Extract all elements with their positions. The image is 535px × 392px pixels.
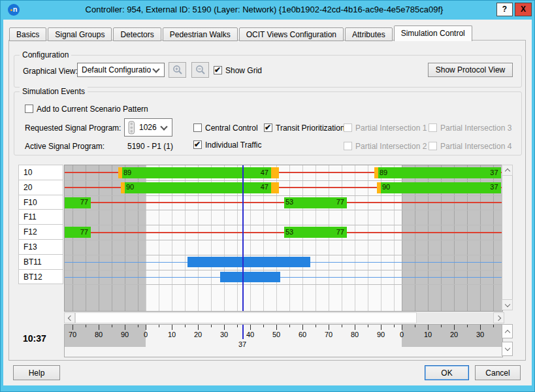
phase-end-label: 47 [249,169,268,177]
axis-tick-label: 0 [392,331,412,338]
add-to-current-scenario-pattern-checkbox[interactable]: Add to Current Scenario Pattern [25,104,148,114]
phase-end-label: 47 [249,183,268,191]
plot-horizontal-scrollbar[interactable] [64,312,504,323]
phase-start-label: 90 [382,183,390,191]
axis-tick [198,325,199,330]
simulation-clock: 10:37 [23,333,46,344]
chevron-down-icon [152,65,159,73]
chevron-down-icon [160,123,167,130]
axis-tick-label: 30 [470,331,490,338]
axis-tick [237,325,238,327]
timing-plot[interactable]: 8947893790479037775377775377 [64,165,503,312]
axis-tick [441,325,442,327]
axis-tick-label: 20 [188,331,208,338]
row-separator [65,284,502,285]
red-baseline [65,232,502,233]
app-icon: n [8,4,20,16]
scroll-right-button[interactable] [493,312,504,323]
horizontal-scrollbar-thumb[interactable] [75,312,417,323]
axis-tick [289,325,290,327]
row-separator [65,180,502,181]
scroll-left-button[interactable] [64,312,75,323]
partial-intersection-2-checkbox: Partial Intersection 2 [344,141,427,151]
axis-tick [86,325,86,327]
zoom-in-button[interactable] [169,62,186,78]
cursor-time-label: 37 [233,340,252,348]
active-signal-program-value: 5190 - P1 (1) [127,142,173,151]
show-protocol-view-button[interactable]: Show Protocol View [428,63,513,77]
window-close-button[interactable]: X [515,3,532,16]
scroll-down-button[interactable] [502,299,513,310]
ok-button[interactable]: OK [425,365,469,380]
tab-attributes[interactable]: Attributes [345,27,393,41]
row-separator [65,195,502,196]
blue-baseline [65,277,502,278]
requested-signal-program-value: 1026 [135,123,159,132]
plot-vertical-scrollbar[interactable] [502,165,513,310]
axis-tick-label: 90 [371,331,391,338]
axis-tick [73,325,73,330]
tab-pedestrian-walks[interactable]: Pedestrian Walks [163,27,238,41]
requested-signal-program-select[interactable]: 1026 [124,118,172,137]
chart-row-label: F12 [18,224,63,240]
tab-signal-groups[interactable]: Signal Groups [48,27,112,41]
tab-simulation-control[interactable]: Simulation Control [394,25,472,41]
axis-tick [493,325,494,327]
checkbox-icon [344,142,352,150]
tab-strip: Basics Signal Groups Detectors Pedestria… [9,25,474,41]
checkbox-icon [214,66,222,74]
axis-tick [138,325,138,327]
show-grid-checkbox[interactable]: Show Grid [214,65,262,75]
graphical-view-label: Graphical View: [23,67,78,76]
cancel-button[interactable]: Cancel [475,365,521,380]
chevron-right-icon [495,315,500,320]
time-cursor-tick [242,325,244,339]
checkbox-icon [429,123,437,132]
title-bar[interactable]: n Controller: 954, External ID: 5190 (La… [0,0,535,20]
axis-tick [316,325,316,327]
partial-intersection-1-checkbox: Partial Intersection 1 [344,123,427,133]
axis-tick-label: 90 [115,331,135,338]
zoom-out-button[interactable] [191,62,209,78]
zoom-out-icon [195,65,206,75]
axis-tick [263,325,264,327]
signal-timing-chart: 1020F10F11F12F13BT11BT12 894789379047903… [18,163,513,357]
red-baseline [65,202,502,203]
scroll-up-button[interactable] [502,165,513,176]
axis-tick [302,325,303,330]
chart-row-label: F10 [18,195,63,210]
tab-detectors[interactable]: Detectors [113,27,161,41]
ruler-down-button[interactable] [502,342,513,356]
axis-tick-label: 30 [214,331,234,338]
phase-end-label: 77 [325,228,344,237]
central-control-checkbox[interactable]: Central Control [193,123,258,133]
tab-basics[interactable]: Basics [9,27,46,41]
row-separator [65,225,502,225]
axis-tick [125,325,125,330]
phase-end-label: 37 [479,183,498,191]
traffic-light-icon [128,121,135,135]
axis-tick [355,325,355,330]
chart-row-labels: 1020F10F11F12F13BT11BT12 [18,165,63,285]
transit-prioritization-checkbox[interactable]: Transit Prioritization [264,123,345,133]
chevron-up-icon [504,169,510,174]
ruler-up-button[interactable] [502,324,513,338]
controller-dialog-window: n Controller: 954, External ID: 5190 (La… [0,0,535,392]
chart-row-label: BT11 [18,254,63,270]
requested-signal-program-label: Requested Signal Program: [25,123,121,133]
simulation-events-group-title: Simulation Events [20,87,88,96]
axis-tick [480,325,481,330]
window-help-button[interactable]: ? [496,3,513,16]
ruler-spinner[interactable] [502,324,513,357]
zoom-in-icon [172,65,183,75]
phase-start-label: 89 [380,169,387,177]
axis-tick [467,325,468,327]
axis-tick-label: 20 [444,331,464,338]
tab-ocit-views-configuration[interactable]: OCIT Views Configuration [239,27,344,41]
phase-end-label: 37 [479,169,498,177]
help-button[interactable]: Help [13,365,60,380]
dialog-body: Basics Signal Groups Detectors Pedestria… [3,20,532,385]
graphical-view-select[interactable]: Default Configuration [77,63,165,77]
individual-traffic-checkbox[interactable]: Individual Traffic [193,140,262,150]
chart-row-label: F11 [18,209,63,225]
